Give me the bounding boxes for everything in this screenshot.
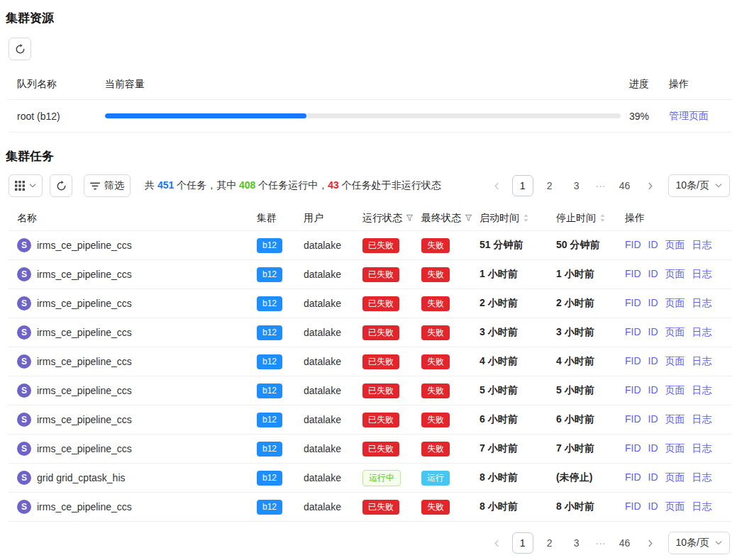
fid-link[interactable]: FID [625,297,641,310]
page-link[interactable]: 页面 [665,413,685,426]
page-link[interactable]: 页面 [665,239,685,252]
id-link[interactable]: ID [648,297,658,310]
task-name: grid grid_cptask_his [37,472,126,483]
filter-button[interactable]: 筛选 [84,174,131,197]
cluster-badge: b12 [257,383,282,398]
id-link[interactable]: ID [648,268,658,281]
task-actions: FIDID页面日志 [625,268,731,281]
log-link[interactable]: 日志 [692,297,712,310]
log-link[interactable]: 日志 [692,384,712,397]
filter-funnel-icon[interactable] [465,214,472,222]
chevron-down-icon [715,541,722,545]
cluster-badge: b12 [257,471,282,486]
id-link[interactable]: ID [648,442,658,455]
task-user: datalake [304,414,362,425]
run-status-badge: 已失败 [362,500,399,515]
resources-table-body: root (b12)39%管理页面 [9,100,731,133]
sorter-icon[interactable] [523,213,529,223]
task-name-cell: Sirms_ce_pipeline_ccs [17,442,257,456]
page-size-select[interactable]: 10条/页 [668,174,730,197]
pagination-page-3[interactable]: 3 [566,532,587,554]
task-name: irms_ce_pipeline_ccs [37,356,132,367]
resources-table: 队列名称 当前容量 进度 操作 root (b12)39%管理页面 [9,69,731,133]
pagination-page-3[interactable]: 3 [566,175,587,196]
task-row: Sirms_ce_pipeline_ccsb12datalake已失败失败4 小… [9,347,731,376]
col-run-status: 运行状态 [362,212,421,225]
page-link[interactable]: 页面 [665,268,685,281]
task-actions: FIDID页面日志 [625,297,731,310]
log-link[interactable]: 日志 [692,413,712,426]
log-link[interactable]: 日志 [692,268,712,281]
page-size-value: 10条/页 [676,537,709,549]
stop-time: 50 分钟前 [556,239,625,252]
task-name: irms_ce_pipeline_ccs [37,414,132,425]
log-link[interactable]: 日志 [692,442,712,455]
fid-link[interactable]: FID [625,326,641,339]
stop-time: 6 小时前 [556,413,625,426]
pagination-next-button[interactable] [641,177,660,195]
id-link[interactable]: ID [648,413,658,426]
task-name-cell: Sirms_ce_pipeline_ccs [17,413,257,427]
pagination-next-button[interactable] [641,534,660,552]
fid-link[interactable]: FID [625,471,641,484]
run-status-badge: 已失败 [362,442,399,457]
start-time: 1 小时前 [480,268,556,281]
id-link[interactable]: ID [648,239,658,252]
column-settings-button[interactable] [9,174,43,197]
id-link[interactable]: ID [648,500,658,513]
run-status-badge: 已失败 [362,296,399,311]
sorter-icon[interactable] [599,213,606,223]
final-status-badge: 失败 [421,413,450,427]
pagination-prev-button[interactable] [488,534,506,552]
filter-funnel-icon[interactable] [406,214,414,222]
fid-link[interactable]: FID [625,413,641,426]
page-link[interactable]: 页面 [665,500,685,513]
pagination-page-2[interactable]: 2 [539,175,560,196]
task-user: datalake [304,356,362,367]
start-time: 4 小时前 [480,355,556,368]
pagination-page-46[interactable]: 46 [614,532,636,554]
final-status-badge: 失败 [421,383,450,398]
page-link[interactable]: 页面 [665,297,685,310]
fid-link[interactable]: FID [625,384,641,397]
pagination-page-1[interactable]: 1 [512,175,533,196]
stop-time: (未停止) [556,471,625,484]
manage-page-link[interactable]: 管理页面 [669,110,709,121]
fid-link[interactable]: FID [625,442,641,455]
task-row: Sirms_ce_pipeline_ccsb12datalake已失败失败8 小… [9,493,731,522]
page-link[interactable]: 页面 [665,326,685,339]
log-link[interactable]: 日志 [692,239,712,252]
resources-refresh-button[interactable] [9,38,31,60]
id-link[interactable]: ID [648,384,658,397]
log-link[interactable]: 日志 [692,471,712,484]
chevron-down-icon [715,184,722,188]
id-link[interactable]: ID [648,355,658,368]
page-link[interactable]: 页面 [665,384,685,397]
fid-link[interactable]: FID [625,500,641,513]
pagination-page-2[interactable]: 2 [539,532,560,554]
fid-link[interactable]: FID [625,268,641,281]
col-action-label: 操作 [625,212,645,225]
page-link[interactable]: 页面 [665,355,685,368]
fid-link[interactable]: FID [625,355,641,368]
task-name: irms_ce_pipeline_ccs [37,298,132,309]
page-size-select[interactable]: 10条/页 [668,532,730,554]
cluster-badge: b12 [257,238,282,253]
fid-link[interactable]: FID [625,239,641,252]
log-link[interactable]: 日志 [692,355,712,368]
stop-time: 2 小时前 [556,297,625,310]
tasks-refresh-button[interactable] [50,174,72,197]
log-link[interactable]: 日志 [692,500,712,513]
task-user: datalake [304,385,362,396]
start-time: 6 小时前 [480,413,556,426]
id-link[interactable]: ID [648,471,658,484]
page-link[interactable]: 页面 [665,442,685,455]
final-status-badge: 失败 [421,442,450,457]
pagination-page-1[interactable]: 1 [512,532,533,554]
id-link[interactable]: ID [648,326,658,339]
cluster-resources-title: 集群资源 [6,10,737,26]
log-link[interactable]: 日志 [692,326,712,339]
pagination-page-46[interactable]: 46 [614,175,636,196]
page-link[interactable]: 页面 [665,471,685,484]
pagination-prev-button[interactable] [488,177,506,195]
